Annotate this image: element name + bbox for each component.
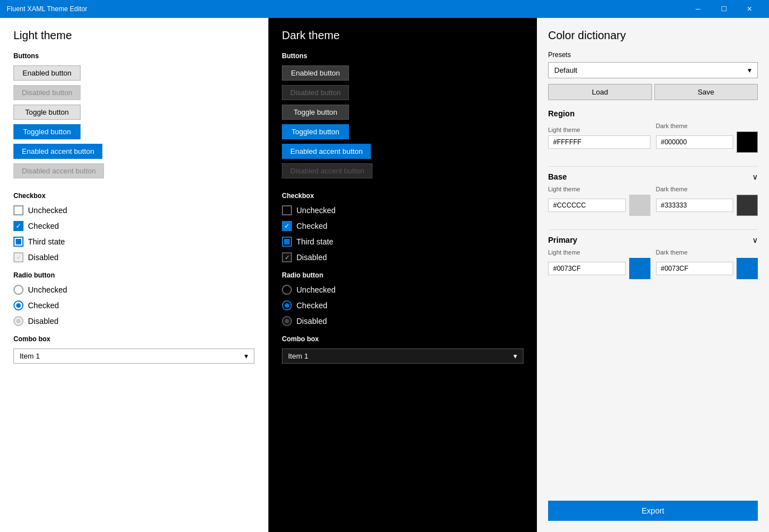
dark-disabled-button-row: Disabled button <box>282 85 523 105</box>
region-light-color-row: #FFFFFF <box>548 135 650 149</box>
presets-value: Default <box>554 66 577 74</box>
dark-toggled-button[interactable]: Toggled button <box>282 124 349 139</box>
dark-accent-disabled-row: Disabled accent button <box>282 163 523 183</box>
base-light-value[interactable]: #CCCCCC <box>548 199 626 212</box>
light-checkbox-third-label: Third state <box>28 237 65 246</box>
dark-radio-unchecked[interactable] <box>282 285 292 295</box>
base-collapse-button[interactable]: ∨ <box>752 172 758 181</box>
light-checkbox-checked-row: ✓ Checked <box>13 221 254 231</box>
base-title-label: Base <box>548 172 567 181</box>
primary-light-swatch[interactable] <box>629 258 650 279</box>
base-light-col: Light theme #CCCCCC <box>548 186 650 216</box>
light-combo-box[interactable]: Item 1 ▾ <box>13 349 254 364</box>
light-radio-disabled-row: Disabled <box>13 316 254 326</box>
save-button[interactable]: Save <box>654 84 758 100</box>
close-button[interactable]: ✕ <box>737 0 762 18</box>
dark-checkbox-checked-label: Checked <box>296 222 327 230</box>
dark-theme-title: Dark theme <box>282 29 523 42</box>
primary-theme-cols: Light theme #0073CF Dark theme #0073CF <box>548 249 758 279</box>
dark-accent-enabled-button[interactable]: Enabled accent button <box>282 144 371 159</box>
light-disabled-button-row: Disabled button <box>13 85 254 105</box>
dark-radio-disabled-row: Disabled <box>282 316 523 326</box>
color-dict-panel: Color dictionary Presets Default ▾ Load … <box>537 18 769 532</box>
light-toggled-button-row: Toggled button <box>13 124 254 144</box>
light-theme-panel: Light theme Buttons Enabled button Disab… <box>0 18 268 532</box>
dark-checkbox-unchecked-row: Unchecked <box>282 205 523 215</box>
minimize-button[interactable]: ─ <box>685 0 711 18</box>
primary-light-label: Light theme <box>548 249 650 256</box>
light-enabled-button[interactable]: Enabled button <box>13 65 81 81</box>
dark-theme-panel: Dark theme Buttons Enabled button Disabl… <box>268 18 537 532</box>
light-toggle-button-row: Toggle button <box>13 105 254 124</box>
light-checkbox-unchecked-row: Unchecked <box>13 205 254 215</box>
dark-radio-disabled-label: Disabled <box>296 317 327 326</box>
primary-dark-value[interactable]: #0073CF <box>656 262 734 275</box>
region-dark-col: Dark theme #000000 <box>656 123 758 153</box>
dark-radio-disabled <box>282 316 292 326</box>
primary-collapse-button[interactable]: ∨ <box>752 236 758 244</box>
dark-combo-value: Item 1 <box>288 352 308 360</box>
primary-light-value[interactable]: #0073CF <box>548 262 626 275</box>
light-radio-unchecked[interactable] <box>13 285 23 295</box>
dark-radio-checked[interactable] <box>282 300 292 310</box>
dark-checkbox-unchecked-box[interactable] <box>282 205 292 215</box>
primary-light-color-row: #0073CF <box>548 258 650 279</box>
dark-checkbox-checked-box[interactable]: ✓ <box>282 221 292 231</box>
base-block: Base ∨ Light theme #CCCCCC Dark theme #3… <box>548 172 758 216</box>
light-checkbox-checked-box[interactable]: ✓ <box>13 221 23 231</box>
region-light-label: Light theme <box>548 126 650 133</box>
dark-accent-disabled-button: Disabled accent button <box>282 163 372 178</box>
light-combo-value: Item 1 <box>20 352 40 360</box>
light-combo-section-label: Combo box <box>13 335 254 343</box>
dark-radio-checked-label: Checked <box>296 301 327 310</box>
region-theme-cols: Light theme #FFFFFF Dark theme #000000 <box>548 123 758 153</box>
light-toggle-button[interactable]: Toggle button <box>13 105 81 120</box>
light-checkbox-section-label: Checkbox <box>13 192 254 200</box>
presets-chevron-icon: ▾ <box>748 66 752 74</box>
primary-dark-col: Dark theme #0073CF <box>656 249 758 279</box>
primary-light-col: Light theme #0073CF <box>548 249 650 279</box>
base-light-swatch[interactable] <box>629 195 650 216</box>
dark-checkbox-section-label: Checkbox <box>282 192 523 200</box>
dark-combo-box[interactable]: Item 1 ▾ <box>282 349 523 364</box>
window-controls: ─ ☐ ✕ <box>685 0 762 18</box>
dark-radio-checked-row: Checked <box>282 300 523 310</box>
color-dict-title: Color dictionary <box>548 29 758 42</box>
dark-toggle-button[interactable]: Toggle button <box>282 105 349 120</box>
light-checkbox-unchecked-box[interactable] <box>13 205 23 215</box>
region-dark-swatch[interactable] <box>737 131 758 153</box>
light-radio-disabled-label: Disabled <box>28 317 58 326</box>
light-radio-checked-row: Checked <box>13 300 254 310</box>
base-dark-value[interactable]: #333333 <box>656 199 734 212</box>
base-dark-swatch[interactable] <box>737 195 758 216</box>
dark-accent-enabled-row: Enabled accent button <box>282 144 523 163</box>
presets-dropdown[interactable]: Default ▾ <box>548 62 758 78</box>
primary-title-label: Primary <box>548 236 577 244</box>
light-accent-enabled-button[interactable]: Enabled accent button <box>13 144 102 159</box>
region-dark-value[interactable]: #000000 <box>656 135 734 149</box>
dark-radio-unchecked-row: Unchecked <box>282 285 523 295</box>
dark-checkbox-third-box[interactable] <box>282 237 292 247</box>
light-radio-section-label: Radio button <box>13 271 254 279</box>
dark-enabled-button-row: Enabled button <box>282 65 523 85</box>
light-toggled-button[interactable]: Toggled button <box>13 124 81 139</box>
light-enabled-button-row: Enabled button <box>13 65 254 85</box>
light-buttons-section-label: Buttons <box>13 52 254 60</box>
light-radio-unchecked-row: Unchecked <box>13 285 254 295</box>
maximize-button[interactable]: ☐ <box>711 0 737 18</box>
load-button[interactable]: Load <box>548 84 652 100</box>
load-save-row: Load Save <box>548 84 758 100</box>
light-checkbox-third-row: Third state <box>13 237 254 247</box>
dark-enabled-button[interactable]: Enabled button <box>282 65 349 81</box>
primary-dark-swatch[interactable] <box>737 258 758 279</box>
light-checkbox-third-box[interactable] <box>13 237 23 247</box>
primary-dark-color-row: #0073CF <box>656 258 758 279</box>
dark-checkbox-third-row: Third state <box>282 237 523 247</box>
dark-radio-section-label: Radio button <box>282 271 523 279</box>
title-bar: Fluent XAML Theme Editor ─ ☐ ✕ <box>0 0 769 18</box>
dark-checkbox-checked-row: ✓ Checked <box>282 221 523 231</box>
region-light-value[interactable]: #FFFFFF <box>548 135 650 149</box>
export-button[interactable]: Export <box>548 501 758 521</box>
light-radio-checked[interactable] <box>13 300 23 310</box>
app-body: Light theme Buttons Enabled button Disab… <box>0 18 769 532</box>
